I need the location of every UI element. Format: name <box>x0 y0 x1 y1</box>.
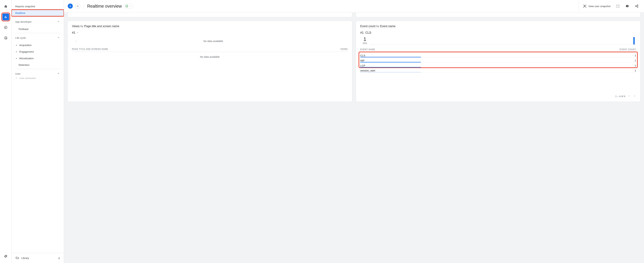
row-name: INP <box>360 59 364 62</box>
rank-label: #1 - <box>72 31 78 34</box>
library-icon <box>16 256 19 260</box>
col-right: EVENT COUNT <box>620 48 636 51</box>
nav-user-attributes[interactable]: ▸ User attributes <box>12 78 64 80</box>
chip-label: A <box>70 5 71 8</box>
home-icon[interactable] <box>2 3 9 10</box>
fullscreen-button[interactable] <box>614 3 621 9</box>
dimension-name[interactable]: Page title and screen name <box>84 24 119 28</box>
nav-engagement[interactable]: ▸ Engagement <box>12 48 64 55</box>
nav-realtime[interactable]: Realtime <box>12 10 64 16</box>
svg-rect-5 <box>626 5 627 7</box>
table-row[interactable]: session_start 1 <box>360 67 636 72</box>
metric-name[interactable]: Views <box>72 24 80 28</box>
dimension-name[interactable]: Event name <box>380 24 396 28</box>
nav-label: User attributes <box>19 78 36 79</box>
nav-acquisition[interactable]: ▸ Acquisition <box>12 42 64 48</box>
sidebar: Reports snapshot Realtime App developer … <box>12 0 64 263</box>
nav-rail <box>0 0 12 263</box>
nav-label: Reports snapshot <box>15 5 35 8</box>
view-user-snapshot-button[interactable]: View user snapshot <box>581 3 612 9</box>
col-right: VIEWS <box>340 48 348 50</box>
topbar: A Realtime overview View user <box>64 0 644 12</box>
nav-label: Realtime <box>15 12 25 14</box>
row-count: 1 <box>635 59 636 62</box>
card-title: Views by Page title and screen name <box>72 24 348 28</box>
kpi-value: 1 <box>364 36 366 42</box>
pager-text: 1 – 4 of 4 <box>616 95 625 98</box>
caret-right-icon: ▸ <box>15 57 18 59</box>
row-name: LCP <box>360 64 365 67</box>
row-name: CLS <box>360 54 365 57</box>
col-left: EVENT NAME <box>360 48 375 51</box>
nav-label: Library <box>21 256 29 260</box>
nav-monetization[interactable]: ▸ Monetization <box>12 55 64 62</box>
chevron-up-icon <box>57 72 60 75</box>
row-count: 1 <box>635 54 636 57</box>
pager-prev-button[interactable] <box>628 94 631 98</box>
page-title: Realtime overview <box>87 4 133 9</box>
button-label: View user snapshot <box>588 5 610 8</box>
divider <box>15 33 60 33</box>
table-row[interactable]: INP 1 <box>360 57 636 62</box>
caret-right-icon: ▸ <box>15 44 18 46</box>
nav-section-life-cycle[interactable]: Life cycle <box>12 34 64 42</box>
nav-section-app-developer[interactable]: App developer <box>12 18 64 26</box>
add-comparison-button[interactable] <box>75 4 80 9</box>
col-left: PAGE TITLE AND SCREEN NAME <box>72 48 108 50</box>
collapse-sidebar-button[interactable] <box>56 255 62 261</box>
nav-retention[interactable]: Retention <box>12 62 64 68</box>
by-label: by <box>376 24 380 28</box>
nav-section-label: User <box>15 72 21 75</box>
svg-point-3 <box>126 5 128 7</box>
reports-icon[interactable] <box>2 14 9 20</box>
nav-section-label: App developer <box>15 20 32 23</box>
metric-name[interactable]: Event count <box>360 24 376 28</box>
nav-firebase[interactable]: Firebase <box>12 26 64 32</box>
caret-right-icon: ▸ <box>15 78 18 79</box>
svg-rect-7 <box>627 5 628 8</box>
rank-label: #1 CLS <box>360 31 371 34</box>
row-name: session_start <box>360 69 375 72</box>
card-event-count-by-name: Event count by Event name #1 CLS 1 25% <box>356 21 640 102</box>
pager-next-button[interactable] <box>633 94 636 98</box>
user-snapshot-icon <box>583 4 586 8</box>
sparkline <box>370 37 636 44</box>
nav-label: Retention <box>18 64 30 66</box>
admin-gear-icon[interactable] <box>2 253 9 260</box>
row-count: 1 <box>635 64 636 67</box>
nav-section-label: Life cycle <box>15 36 26 39</box>
kpi-sub: 25% <box>363 42 367 44</box>
card-title: Event count by Event name <box>360 24 636 28</box>
row-count: 1 <box>635 69 636 72</box>
table-header: EVENT NAME EVENT COUNT <box>360 48 636 52</box>
table-row[interactable]: CLS 1 <box>360 52 636 57</box>
nav-section-user[interactable]: User <box>12 70 64 78</box>
table-header: PAGE TITLE AND SCREEN NAME VIEWS <box>72 48 348 52</box>
chevron-down-icon <box>130 5 131 7</box>
no-data-label: No data available <box>72 52 348 62</box>
share-button[interactable] <box>633 3 640 9</box>
share-icon <box>635 4 638 8</box>
nav-reports-snapshot[interactable]: Reports snapshot <box>12 3 64 10</box>
compare-button[interactable] <box>624 3 631 9</box>
card-views-by-page: Views by Page title and screen name #1 -… <box>68 21 352 102</box>
status-pill[interactable] <box>124 4 133 8</box>
advertising-icon[interactable] <box>2 34 9 41</box>
fullscreen-icon <box>616 4 620 8</box>
explore-icon[interactable] <box>2 24 9 31</box>
nav-label: Acquisition <box>19 44 32 46</box>
caret-right-icon: ▸ <box>15 51 18 53</box>
svg-rect-6 <box>628 5 628 7</box>
no-data-label: No data available <box>79 40 348 42</box>
chevron-up-icon <box>57 36 60 40</box>
main: A Realtime overview View user <box>64 0 644 263</box>
nav-label: Firebase <box>18 28 28 30</box>
by-label: by <box>80 24 84 28</box>
nav-label: Monetization <box>19 57 34 60</box>
card-stub-right <box>356 12 640 17</box>
table-row[interactable]: LCP 1 <box>360 62 636 67</box>
segment-chip-all-users[interactable]: A <box>68 4 73 9</box>
highlighted-rows: CLS 1 INP 1 LCP 1 <box>359 52 637 67</box>
compare-icon <box>626 4 629 8</box>
svg-point-4 <box>584 5 586 6</box>
